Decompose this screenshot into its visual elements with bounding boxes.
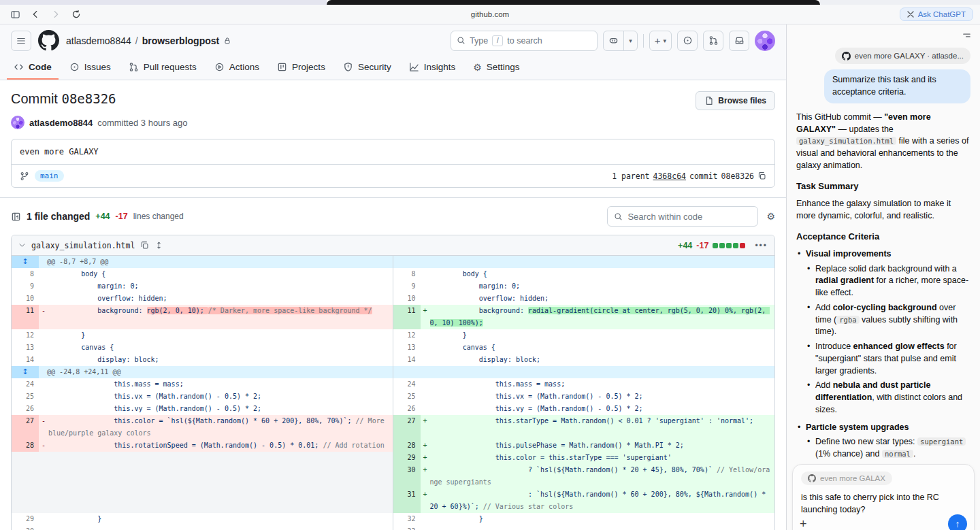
line-number[interactable]: 30 bbox=[12, 525, 39, 530]
chat-conversation: even more GALAXY · atlasde... Summarize … bbox=[787, 42, 980, 530]
expand-all-icon[interactable] bbox=[154, 241, 163, 250]
chevron-down-icon[interactable] bbox=[18, 242, 26, 249]
line-number[interactable]: 14 bbox=[393, 354, 421, 366]
sidebar-toggle-icon[interactable] bbox=[7, 7, 23, 22]
line-number[interactable]: 27 bbox=[393, 415, 421, 440]
breadcrumb-owner[interactable]: atlasdemo8844 bbox=[66, 35, 131, 46]
line-number[interactable]: 24 bbox=[12, 378, 39, 391]
forward-icon[interactable] bbox=[48, 7, 64, 22]
back-icon[interactable] bbox=[27, 7, 44, 22]
git-branch-icon bbox=[20, 171, 29, 181]
diff-row-del: 27- this.color = `hsl(${Math.random() * … bbox=[12, 415, 393, 440]
attach-plus-icon[interactable]: + bbox=[800, 518, 807, 530]
search-within-code-input[interactable]: Search within code bbox=[607, 206, 758, 227]
task-summary-text: Enhance the galaxy simulation to make it… bbox=[796, 198, 970, 222]
copilot-button[interactable]: ▾ bbox=[603, 31, 638, 51]
line-number[interactable]: 13 bbox=[12, 342, 39, 354]
send-button[interactable]: ↑ bbox=[948, 514, 967, 530]
line-number[interactable]: 26 bbox=[393, 403, 421, 415]
tab-security[interactable]: Security bbox=[336, 56, 398, 80]
tab-code[interactable]: Code bbox=[7, 56, 59, 80]
diff-sign: - bbox=[39, 305, 48, 329]
code-text: overflow: hidden; bbox=[48, 293, 393, 305]
line-number[interactable]: 27 bbox=[12, 415, 39, 440]
line-number[interactable]: 28 bbox=[393, 440, 421, 452]
tab-security-label: Security bbox=[358, 62, 391, 72]
expand-hunk-icon[interactable]: ↕ bbox=[12, 256, 39, 268]
kebab-menu-icon[interactable]: ••• bbox=[755, 241, 768, 250]
tab-insights[interactable]: Insights bbox=[402, 56, 463, 80]
diff-sign bbox=[39, 342, 48, 354]
chat-composer[interactable]: even more GALAX is this safe to cherry p… bbox=[792, 464, 975, 530]
git-pull-request-icon bbox=[129, 62, 139, 72]
tab-issues[interactable]: Issues bbox=[63, 56, 118, 80]
breadcrumb-repo[interactable]: browserblogpost bbox=[142, 35, 220, 46]
chat-context-pill[interactable]: even more GALAXY · atlasde... bbox=[835, 48, 970, 64]
file-deletions: -17 bbox=[696, 241, 708, 250]
author-name[interactable]: atlasdemo8844 bbox=[29, 118, 93, 128]
github-logo[interactable] bbox=[38, 30, 59, 51]
author-avatar[interactable] bbox=[11, 116, 24, 129]
file-diff-icon[interactable] bbox=[11, 212, 21, 222]
line-number[interactable]: 11 bbox=[393, 305, 421, 329]
code-text: body { bbox=[48, 268, 393, 280]
line-number[interactable]: 28 bbox=[12, 440, 39, 452]
search-icon bbox=[614, 212, 623, 221]
collapse-panel-icon[interactable] bbox=[962, 31, 972, 41]
line-number[interactable]: 9 bbox=[12, 280, 39, 293]
line-number[interactable]: 32 bbox=[393, 513, 421, 525]
line-number[interactable]: 30 bbox=[393, 464, 421, 488]
line-number[interactable]: 29 bbox=[393, 452, 421, 464]
copy-icon[interactable] bbox=[140, 241, 149, 250]
address-url[interactable]: github.com bbox=[0, 10, 980, 18]
line-number[interactable]: 31 bbox=[393, 488, 421, 513]
expand-hunk-icon[interactable]: ↕ bbox=[12, 366, 39, 378]
reload-icon[interactable] bbox=[68, 7, 84, 22]
line-number[interactable]: 29 bbox=[12, 513, 39, 525]
line-number[interactable]: 8 bbox=[393, 268, 421, 280]
tab-pull-requests[interactable]: Pull requests bbox=[122, 56, 203, 80]
line-number[interactable]: 24 bbox=[393, 378, 421, 391]
parent-sha-link[interactable]: 4368c64 bbox=[653, 171, 686, 181]
copy-icon[interactable] bbox=[757, 171, 766, 180]
line-number[interactable]: 9 bbox=[393, 280, 421, 293]
line-number[interactable]: 25 bbox=[12, 391, 39, 403]
tab-actions[interactable]: Actions bbox=[208, 56, 266, 80]
copilot-dropdown[interactable]: ▾ bbox=[623, 31, 637, 50]
line-number[interactable]: 10 bbox=[393, 293, 421, 305]
line-number[interactable]: 25 bbox=[393, 391, 421, 403]
code-text: this.pulsePhase = Math.random() * Math.P… bbox=[430, 440, 775, 452]
file-name[interactable]: galaxy_simulation.html bbox=[31, 241, 135, 250]
create-new-button[interactable]: +▾ bbox=[649, 31, 672, 51]
pull-requests-icon-button[interactable] bbox=[703, 31, 723, 51]
diff-sign bbox=[39, 403, 48, 415]
composer-context-pill[interactable]: even more GALAX bbox=[801, 471, 892, 485]
diffstat-blocks bbox=[713, 243, 745, 248]
line-number[interactable]: 11 bbox=[12, 305, 39, 329]
diff-row-ctx: 24 this.mass = mass; bbox=[393, 378, 775, 391]
line-number[interactable]: 33 bbox=[393, 525, 421, 530]
composer-draft-text[interactable]: is this safe to cherry pick into the RC … bbox=[801, 492, 966, 516]
line-number[interactable]: 8 bbox=[12, 268, 39, 280]
browse-files-button[interactable]: Browse files bbox=[696, 91, 775, 110]
ask-chatgpt-button[interactable]: Ask ChatGPT bbox=[900, 7, 973, 21]
hamburger-menu-button[interactable] bbox=[11, 31, 31, 51]
line-number[interactable]: 13 bbox=[393, 342, 421, 354]
branch-badge[interactable]: main bbox=[35, 170, 64, 182]
tab-settings[interactable]: ⚙ Settings bbox=[466, 56, 526, 80]
composer-context-title: even more GALAX bbox=[820, 474, 885, 482]
line-number[interactable]: 12 bbox=[12, 329, 39, 342]
diff-sign bbox=[39, 391, 48, 403]
global-search-input[interactable]: Type / to search bbox=[451, 31, 598, 51]
diff-settings-gear-icon[interactable]: ⚙ bbox=[766, 212, 775, 221]
graph-icon bbox=[409, 62, 419, 72]
inbox-icon-button[interactable] bbox=[729, 31, 749, 51]
user-avatar[interactable] bbox=[755, 31, 775, 51]
line-number[interactable]: 10 bbox=[12, 293, 39, 305]
code-text: : `hsl(${Math.random() * 60 + 200}, 80%,… bbox=[430, 488, 775, 513]
line-number[interactable]: 12 bbox=[393, 329, 421, 342]
tab-projects[interactable]: Projects bbox=[270, 56, 332, 80]
issues-icon-button[interactable] bbox=[677, 31, 698, 51]
line-number[interactable]: 14 bbox=[12, 354, 39, 366]
line-number[interactable]: 26 bbox=[12, 403, 39, 415]
